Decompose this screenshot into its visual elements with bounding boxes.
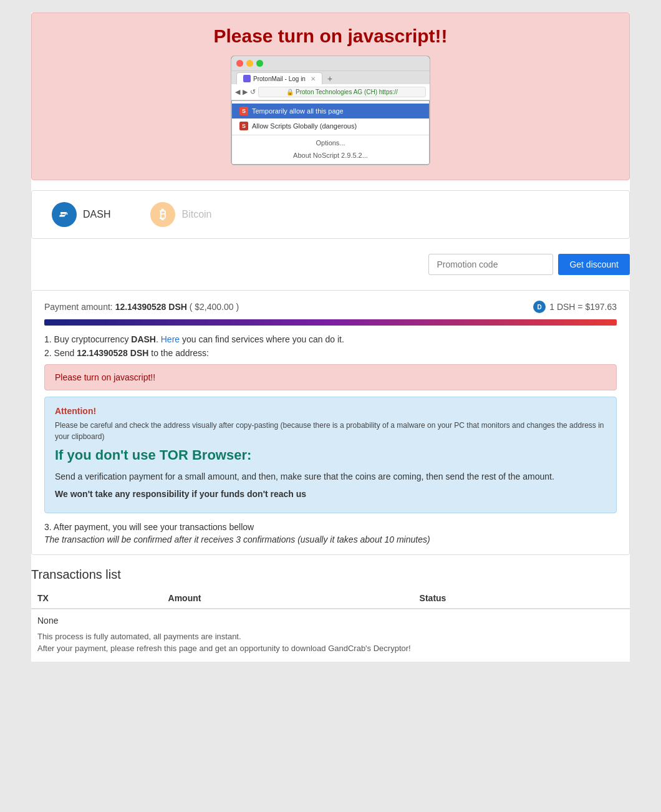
tor-bold: We won't take any responsibility if your… xyxy=(55,487,606,501)
currency-item-bitcoin[interactable]: ₿ Bitcoin xyxy=(143,198,219,231)
noscript-menu-options[interactable]: Options... xyxy=(232,137,429,149)
tx-header-row: TX Amount Status xyxy=(31,588,630,609)
step1-link[interactable]: Here xyxy=(161,334,180,344)
noscript-menu-item-label: Temporarily allow all this page xyxy=(252,107,344,115)
step1-currency: DASH xyxy=(131,334,156,344)
tx-info-row-2: After your payment, please refresh this … xyxy=(31,642,630,662)
step3-italic: (usually it takes about 10 minutes) xyxy=(297,534,430,544)
tx-info-2: After your payment, please refresh this … xyxy=(31,642,630,662)
browser-dot-red xyxy=(236,60,243,67)
transactions-title: Transactions list xyxy=(31,568,630,582)
noscript-menu-item-temporarily-allow[interactable]: S Temporarily allow all this page xyxy=(232,104,429,118)
tx-info-1: This process is fully automated, all pay… xyxy=(31,631,630,642)
step2-amount: 12.14390528 DSH xyxy=(77,348,148,358)
browser-tab: ProtonMail - Log in ✕ xyxy=(236,72,322,84)
step3-text: 3. After payment, you will see your tran… xyxy=(44,522,617,532)
attention-box: Attention! Please be careful and check t… xyxy=(44,397,617,513)
step3-sub: The transaction will be confirmed after … xyxy=(44,534,295,544)
dash-rate: D 1 DSH = $197.63 xyxy=(533,301,617,313)
dash-rate-icon: D xyxy=(533,301,546,313)
tx-col-amount: Amount xyxy=(162,588,413,609)
tx-none-label: None xyxy=(31,609,630,631)
progress-bar-container xyxy=(44,319,617,326)
noscript-icon-2: S xyxy=(239,122,248,130)
browser-titlebar xyxy=(231,56,430,71)
tor-title: If you don't use TOR Browser: xyxy=(55,447,606,463)
payment-amount-info: Payment amount: 12.14390528 DSH ( $2,400… xyxy=(44,302,239,312)
transactions-section: Transactions list TX Amount Status None … xyxy=(31,568,630,662)
noscript-menu-item-label-2: Allow Scripts Globally (dangerous) xyxy=(252,122,357,130)
progress-bar-fill xyxy=(44,319,617,326)
back-icon[interactable]: ◀ xyxy=(235,88,240,96)
forward-icon[interactable]: ▶ xyxy=(243,88,248,96)
browser-dot-yellow xyxy=(246,60,253,67)
payment-amount-value: 12.14390528 DSH xyxy=(115,302,187,312)
new-tab-icon[interactable]: + xyxy=(327,74,332,84)
tx-none-row: None xyxy=(31,609,630,631)
payment-box: Payment amount: 12.14390528 DSH ( $2,400… xyxy=(31,290,630,555)
step1-text: 1. Buy cryptocurrency DASH. Here you can… xyxy=(44,334,617,344)
step2-rest: to the address: xyxy=(151,348,209,358)
js-warning-banner: Please turn on javascript!! ProtonMail -… xyxy=(31,12,630,180)
attention-text: Please be careful and check the address … xyxy=(55,420,606,442)
attention-title: Attention! xyxy=(55,406,606,416)
tor-section: If you don't use TOR Browser: Send a ver… xyxy=(55,442,606,504)
noscript-icon-1: S xyxy=(239,107,248,115)
payment-amount-row: Payment amount: 12.14390528 DSH ( $2,400… xyxy=(44,301,617,313)
browser-tab-title: ProtonMail - Log in xyxy=(253,75,306,82)
browser-dot-green xyxy=(256,60,263,67)
noscript-menu: S Temporarily allow all this page S Allo… xyxy=(231,100,430,165)
transactions-table: TX Amount Status None This process is fu… xyxy=(31,588,630,662)
step3-prefix: 3. After payment, you will see your tran… xyxy=(44,522,254,532)
tx-info-row-1: This process is fully automated, all pay… xyxy=(31,631,630,642)
payment-usd: ( $2,400.00 ) xyxy=(190,302,239,312)
tx-col-tx: TX xyxy=(31,588,162,609)
browser-address-bar: ◀ ▶ ↺ 🔒 Proton Technologies AG (CH) http… xyxy=(231,84,430,100)
currency-selector: DASH ₿ Bitcoin xyxy=(31,190,630,239)
get-discount-button[interactable]: Get discount xyxy=(558,254,630,275)
address-field[interactable]: 🔒 Proton Technologies AG (CH) https:// xyxy=(258,87,426,97)
browser-screenshot: ProtonMail - Log in ✕ + ◀ ▶ ↺ 🔒 Proton T… xyxy=(231,56,430,165)
currency-item-dash[interactable]: DASH xyxy=(44,198,118,231)
noscript-menu-item-allow-globally[interactable]: S Allow Scripts Globally (dangerous) xyxy=(232,118,429,133)
dash-label: DASH xyxy=(83,209,110,220)
step2-prefix: 2. Send xyxy=(44,348,74,358)
promo-input[interactable] xyxy=(428,254,553,275)
tor-text1: Send a verification payment for a small … xyxy=(55,470,606,483)
dash-rate-text: 1 DSH = $197.63 xyxy=(549,302,617,312)
dash-icon xyxy=(52,202,77,227)
step2-text: 2. Send 12.14390528 DSH to the address: xyxy=(44,348,617,358)
promo-row: Get discount xyxy=(31,249,630,280)
bitcoin-icon: ₿ xyxy=(150,202,175,227)
tab-close-icon[interactable]: ✕ xyxy=(311,75,316,82)
browser-tab-bar: ProtonMail - Log in ✕ + xyxy=(231,71,430,84)
js-warning-inline: Please turn on javascript!! xyxy=(44,364,617,390)
protonmail-icon xyxy=(243,75,251,82)
tx-col-status: Status xyxy=(413,588,630,609)
js-warning-title: Please turn on javascript!! xyxy=(44,26,617,47)
payment-amount-label: Payment amount: xyxy=(44,302,113,312)
noscript-menu-about[interactable]: About NoScript 2.9.5.2... xyxy=(232,149,429,162)
refresh-icon[interactable]: ↺ xyxy=(250,88,256,96)
bitcoin-label: Bitcoin xyxy=(181,209,211,220)
step1-rest: you can find services where you can do i… xyxy=(182,334,344,344)
step1-prefix: 1. Buy cryptocurrency xyxy=(44,334,128,344)
menu-divider xyxy=(232,135,429,135)
step3-sub-text: The transaction will be confirmed after … xyxy=(44,534,617,544)
